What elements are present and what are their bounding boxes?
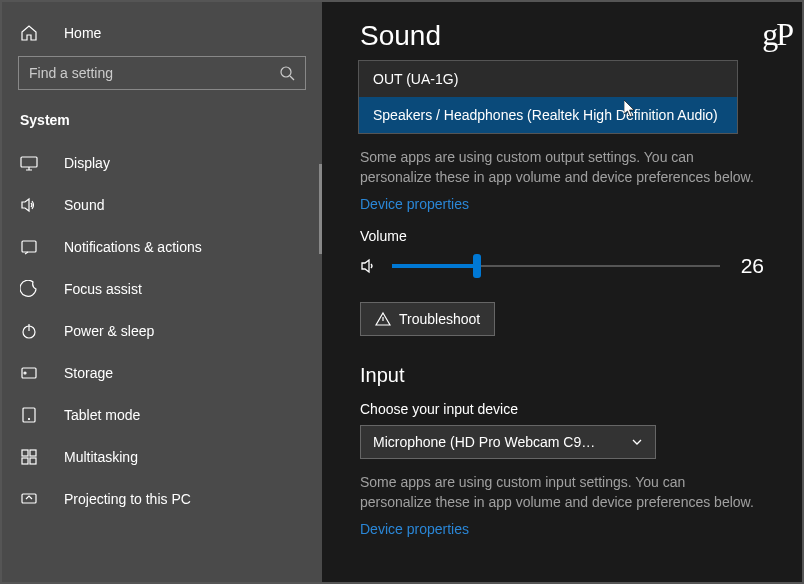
search-icon [279,65,295,81]
troubleshoot-label: Troubleshoot [399,311,480,327]
sidebar-item-projecting[interactable]: Projecting to this PC [2,478,322,520]
sidebar-item-sound[interactable]: Sound [2,184,322,226]
sidebar-item-label: Sound [64,197,104,213]
sidebar-item-label: Multitasking [64,449,138,465]
search-input[interactable] [18,56,306,90]
watermark: gP [762,16,792,53]
volume-control: 26 [360,254,764,278]
sidebar-item-power-sleep[interactable]: Power & sleep [2,310,322,352]
svg-rect-2 [22,241,36,252]
sidebar-item-display[interactable]: Display [2,142,322,184]
sidebar-item-label: Power & sleep [64,323,154,339]
sidebar-item-multitasking[interactable]: Multitasking [2,436,322,478]
warning-icon [375,311,391,327]
sound-icon [20,196,38,214]
dropdown-option-speakers[interactable]: Speakers / Headphones (Realtek High Defi… [359,97,737,133]
main-content: gP Sound OUT (UA-1G) Speakers / Headphon… [322,2,802,582]
sidebar-item-notifications[interactable]: Notifications & actions [2,226,322,268]
display-icon [20,154,38,172]
projecting-icon [20,490,38,508]
power-icon [20,322,38,340]
chevron-down-icon [631,436,643,448]
volume-value: 26 [734,254,764,278]
section-header: System [2,112,322,142]
svg-rect-10 [22,458,28,464]
sidebar-item-label: Focus assist [64,281,142,297]
dropdown-option-out[interactable]: OUT (UA-1G) [359,61,737,97]
sidebar-item-label: Projecting to this PC [64,491,191,507]
input-device-select[interactable]: Microphone (HD Pro Webcam C9… [360,425,656,459]
sidebar-item-storage[interactable]: Storage [2,352,322,394]
input-section-title: Input [360,364,764,387]
sidebar-item-tablet-mode[interactable]: Tablet mode [2,394,322,436]
sidebar-item-label: Display [64,155,110,171]
search-field[interactable] [29,65,279,81]
sidebar-item-label: Tablet mode [64,407,140,423]
troubleshoot-button[interactable]: Troubleshoot [360,302,495,336]
svg-point-0 [281,67,291,77]
sidebar-item-focus-assist[interactable]: Focus assist [2,268,322,310]
slider-fill [392,264,477,268]
notifications-icon [20,238,38,256]
input-hint: Some apps are using custom input setting… [360,473,760,512]
input-device-value: Microphone (HD Pro Webcam C9… [373,434,595,450]
page-title: Sound [360,20,764,52]
output-device-dropdown[interactable]: OUT (UA-1G) Speakers / Headphones (Realt… [358,60,738,134]
svg-point-7 [29,419,30,420]
svg-rect-9 [30,450,36,456]
sidebar: Home System Display Sound Notifications … [2,2,322,582]
svg-rect-8 [22,450,28,456]
output-hint: Some apps are using custom output settin… [360,148,760,187]
sidebar-item-label: Storage [64,365,113,381]
focus-assist-icon [20,280,38,298]
input-device-properties-link[interactable]: Device properties [360,521,469,537]
volume-slider[interactable] [392,265,720,267]
input-device-label: Choose your input device [360,401,764,417]
svg-point-5 [24,372,26,374]
sidebar-item-label: Notifications & actions [64,239,202,255]
volume-label: Volume [360,228,764,244]
svg-rect-1 [21,157,37,167]
multitasking-icon [20,448,38,466]
storage-icon [20,364,38,382]
home-button[interactable]: Home [2,16,322,56]
home-label: Home [64,25,101,41]
speaker-icon[interactable] [360,257,378,275]
svg-rect-11 [30,458,36,464]
home-icon [20,24,38,42]
tablet-icon [20,406,38,424]
slider-thumb[interactable] [473,254,481,278]
device-properties-link[interactable]: Device properties [360,196,469,212]
